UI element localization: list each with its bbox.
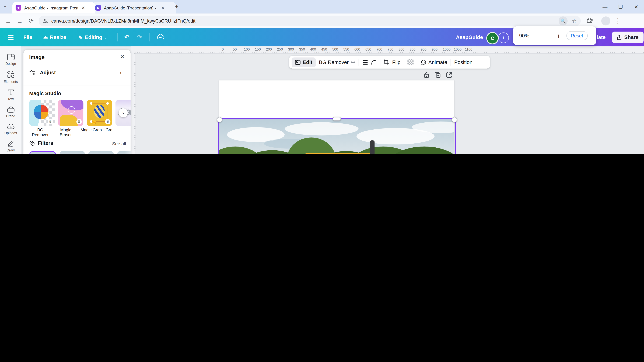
zoom-out-icon[interactable]: 🔍 — [559, 16, 568, 25]
adjust-row[interactable]: Adjust — [29, 70, 56, 75]
pro-crown-icon: ♛ — [76, 119, 82, 124]
adjust-chevron-icon: › — [120, 70, 122, 75]
magic-studio-bg-remover[interactable]: ♛ — [29, 100, 55, 126]
maximize-button[interactable]: ❐ — [613, 0, 628, 13]
partial-template-button[interactable]: late — [597, 34, 606, 40]
site-settings-icon[interactable] — [43, 18, 48, 23]
close-button[interactable]: ✕ — [628, 0, 644, 13]
back-icon[interactable]: ← — [2, 17, 14, 24]
filters-row — [29, 151, 131, 154]
sidebar-item-design[interactable]: Design — [0, 54, 21, 65]
ruler-tick: 1000 — [443, 47, 450, 51]
move-to-page-icon[interactable] — [446, 72, 452, 78]
sidebar-item-text[interactable]: Text — [0, 89, 21, 101]
vertical-ruler — [130, 53, 136, 154]
cloud-save-icon — [156, 33, 164, 41]
ruler-tick: 1050 — [454, 47, 462, 51]
zoom-minus-button[interactable]: − — [548, 32, 551, 39]
resize-handle-nw[interactable] — [217, 117, 222, 122]
add-member-button[interactable]: + — [498, 32, 509, 43]
resize-handle-ne[interactable] — [452, 117, 457, 122]
filter-partial[interactable] — [117, 151, 130, 154]
ruler-tick: 150 — [255, 47, 261, 51]
tab-close-icon[interactable]: ✕ — [161, 5, 165, 10]
bg-remover-button[interactable]: BG Remover — [319, 59, 355, 65]
transparency-icon[interactable] — [408, 59, 414, 65]
scroll-right-icon[interactable]: › — [119, 108, 128, 117]
position-button[interactable]: Position — [454, 59, 472, 65]
animate-button[interactable]: Animate — [420, 59, 447, 65]
flip-button[interactable]: Flip — [392, 59, 400, 65]
ruler-tick: 700 — [376, 47, 382, 51]
profile-avatar[interactable] — [601, 16, 610, 25]
ruler-tick: 900 — [421, 47, 426, 51]
tab-search-icon[interactable]: ⌄ — [3, 4, 7, 8]
magic-studio-labels: BG RemoverMagic EraserMagic GrabGra — [29, 128, 128, 137]
menu-icon[interactable] — [8, 34, 14, 41]
ruler-tick: 1100 — [465, 47, 472, 51]
sidebar-item-brand[interactable]: co Brand — [0, 106, 21, 118]
forward-icon[interactable]: → — [14, 17, 26, 24]
share-button[interactable]: Share — [612, 32, 644, 43]
editing-dropdown[interactable]: ✎ Editing ⌄ — [78, 34, 108, 40]
redo-icon[interactable]: ↷ — [137, 33, 142, 41]
sidebar-rail: Design Elements Text co Brand Uploads Dr… — [0, 46, 21, 154]
extensions-icon[interactable] — [586, 17, 592, 25]
tab-close-icon[interactable]: ✕ — [82, 5, 85, 10]
corner-rounding-icon[interactable] — [371, 60, 376, 64]
browser-tab-inactive[interactable]: ▶ AsapGuide (Presentation) - You ✕ — [92, 2, 176, 14]
resize-handle-n[interactable] — [333, 117, 341, 121]
stroke-weight-icon[interactable] — [362, 60, 368, 64]
new-tab-button[interactable]: + — [175, 3, 178, 10]
reload-icon[interactable]: ⟳ — [26, 17, 37, 25]
team-name: AsapGuide — [456, 34, 483, 40]
bookmark-star-icon[interactable]: ☆ — [572, 18, 576, 24]
panel-title: Image — [29, 54, 44, 60]
ruler-tick: 850 — [410, 47, 416, 51]
browser-menu-icon[interactable]: ⋮ — [612, 17, 624, 25]
panel-close-icon[interactable]: ✕ — [120, 53, 125, 60]
divider — [150, 33, 150, 41]
browser-tabstrip: ⌄ ♥ AsapGuide - Instagram Post ✕ ▶ AsapG… — [0, 0, 644, 13]
zoom-plus-button[interactable]: + — [557, 32, 560, 39]
avatar[interactable]: C — [486, 32, 498, 44]
minimize-button[interactable]: — — [597, 0, 613, 13]
tab-title: AsapGuide (Presentation) - You — [104, 5, 157, 10]
filters-see-all[interactable]: See all — [112, 141, 126, 146]
undo-icon[interactable]: ↶ — [124, 33, 130, 41]
section-title-magic-studio: Magic Studio — [29, 91, 61, 96]
sidebar-item-uploads[interactable]: Uploads — [0, 123, 21, 135]
magic-studio-magic-eraser[interactable]: ♛ — [58, 100, 84, 126]
animate-icon — [420, 59, 426, 65]
chevron-down-icon: ⌄ — [104, 35, 108, 39]
lock-icon[interactable] — [424, 72, 429, 78]
resize-menu[interactable]: Resize — [43, 34, 66, 40]
sidebar-item-elements[interactable]: Elements — [0, 71, 21, 84]
edit-button[interactable]: Edit — [292, 57, 316, 67]
divider — [24, 85, 131, 85]
window-controls: — ❐ ✕ — [597, 0, 644, 13]
tractor-image[interactable] — [219, 119, 454, 154]
sidebar-item-draw[interactable]: Draw — [0, 140, 21, 152]
crop-icon[interactable] — [384, 59, 389, 65]
browser-zoom-bubble: 90% − + Reset — [513, 26, 596, 45]
filters-icon — [29, 140, 35, 146]
zoom-value: 90% — [519, 33, 530, 39]
filters-header: Filters — [29, 140, 53, 146]
pencil-icon: ✎ — [78, 34, 83, 40]
duplicate-icon[interactable] — [434, 72, 441, 78]
ruler-tick: 400 — [310, 47, 316, 51]
filter-none[interactable] — [29, 151, 56, 154]
filter-fresco[interactable] — [60, 151, 85, 154]
zoom-reset-button[interactable]: Reset — [566, 31, 588, 40]
file-menu[interactable]: File — [24, 34, 32, 40]
grab-hand-icon: ✊ — [92, 120, 96, 124]
ruler-tick: 650 — [366, 47, 371, 51]
filter-belvedere[interactable] — [88, 151, 114, 154]
svg-text:co: co — [9, 109, 12, 112]
address-bar[interactable]: canva.com/design/DAGVNLBxLZM/i8mMhM_kwyC… — [39, 15, 581, 26]
pro-crown-icon: ♛ — [105, 119, 110, 124]
browser-tab-active[interactable]: ♥ AsapGuide - Instagram Post ✕ — [12, 2, 95, 14]
magic-studio-magic-grab[interactable]: ✊ ♛ — [86, 100, 112, 126]
adjust-sliders-icon — [29, 70, 36, 75]
